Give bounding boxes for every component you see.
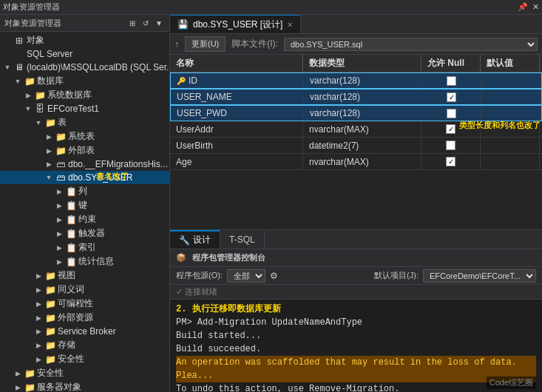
expand-icon-systemdb[interactable]: ▶ <box>22 89 34 101</box>
designer-tab[interactable]: 💾 dbo.SYS_USER [设计] ✕ <box>170 15 301 33</box>
tree-node-icon-systemdb: 📁 <box>34 89 46 101</box>
expand-icon-views[interactable]: ▶ <box>33 270 44 282</box>
tree-item-triggers[interactable]: ▶📋触发器 <box>0 226 169 240</box>
tab-icon: 💾 <box>177 19 189 30</box>
expand-icon-efcoretest1[interactable]: ▼ <box>22 103 34 115</box>
tree-node-icon-sqlserver <box>13 48 25 60</box>
console-line-4: To undo this action, use Remove-Migratio… <box>176 382 536 392</box>
pkg-source-select[interactable]: 全部 <box>227 269 265 283</box>
expand-icon-efmig[interactable]: ▶ <box>43 158 55 170</box>
tree-item-constraints[interactable]: ▶📋约束 <box>0 212 169 226</box>
cell-name-5: Age <box>170 154 303 169</box>
tree-item-views[interactable]: ▶📁视图 <box>0 268 169 283</box>
expand-icon-stats[interactable]: ▶ <box>53 256 65 268</box>
expand-icon-constraints[interactable]: ▶ <box>53 214 65 226</box>
checkbox-2[interactable] <box>447 109 456 118</box>
expand-icon-serverobj[interactable]: ▶ <box>12 382 24 393</box>
cell-default-5 <box>481 154 540 169</box>
tree-item-localdb[interactable]: ▼🖥(localdb)\MSSQLLocalDB (SQL Ser... <box>0 61 169 74</box>
checkbox-0[interactable] <box>447 76 456 86</box>
expand-icon-security[interactable]: ▶ <box>33 354 44 365</box>
tab-tsql[interactable]: T-SQL <box>220 230 265 249</box>
expand-icon-keys[interactable]: ▶ <box>53 200 65 212</box>
table-row[interactable]: UserAddrnvarchar(MAX) <box>170 121 542 138</box>
tree-item-exttables[interactable]: ▶📁外部表 <box>0 143 169 158</box>
table-row[interactable]: USER_PWDvarchar(128) <box>170 105 542 121</box>
table-row[interactable]: UserBirthdatetime2(7) <box>170 138 542 154</box>
checkbox-5[interactable] <box>446 157 455 166</box>
expand-icon-exttables[interactable]: ▶ <box>43 145 55 157</box>
tree-item-efmig[interactable]: ▶🗃dbo.__EFMigrationsHis... <box>0 158 169 171</box>
tree-node-icon-sysuser: 🗃 <box>55 172 67 183</box>
cell-type-2: varchar(128) <box>304 106 422 121</box>
tree-item-efcoretest1[interactable]: ▼🗄EFCoreTest1 <box>0 102 169 115</box>
tree-item-sysuser[interactable]: ▼🗃dbo.SYS_USER <box>0 171 169 184</box>
expand-icon-sysuser[interactable]: ▼ <box>43 172 55 183</box>
cell-null-3[interactable] <box>421 121 481 137</box>
expand-icon-servicebroker[interactable]: ▶ <box>33 325 44 337</box>
expand-icon-extsrc[interactable]: ▶ <box>33 312 44 324</box>
expand-icon-programmability[interactable]: ▶ <box>33 298 44 310</box>
tree-item-databases[interactable]: ▼📁数据库 <box>0 74 169 88</box>
gear-icon[interactable]: ⚙ <box>270 271 278 281</box>
tree-item-storage[interactable]: ▶📁存储 <box>0 338 169 352</box>
console-annotation: 2. 执行迁移即数据库更新 <box>176 303 536 316</box>
tree-item-stats[interactable]: ▶📋统计信息 <box>0 254 169 268</box>
filter-icon[interactable]: ▼ <box>153 17 165 29</box>
expand-icon-systables[interactable]: ▶ <box>43 131 55 143</box>
connect-icon[interactable]: ⊞ <box>126 17 138 29</box>
tree-item-tables[interactable]: ▼📁表 <box>0 115 169 129</box>
tree-item-security[interactable]: ▶📁安全性 <box>0 352 169 366</box>
expand-icon-synonyms[interactable]: ▶ <box>33 284 44 296</box>
checkbox-3[interactable] <box>446 124 455 134</box>
cell-name-0: 🔑ID <box>171 73 304 88</box>
expand-icon-databases[interactable]: ▼ <box>12 75 24 87</box>
refresh-icon[interactable]: ↺ <box>140 17 152 29</box>
tree-item-systemdb[interactable]: ▶📁系统数据库 <box>0 88 169 102</box>
expand-icon-cols[interactable]: ▶ <box>53 186 65 197</box>
design-tab-label: 设计 <box>193 234 211 246</box>
tree-item-indexes[interactable]: ▶📋索引 <box>0 240 169 254</box>
tree-item-synonyms[interactable]: ▶📁同义词 <box>0 283 169 297</box>
cell-null-4[interactable] <box>421 138 481 153</box>
tree-item-servicebroker[interactable]: ▶📁Service Broker <box>0 325 169 338</box>
checkbox-1[interactable] <box>447 92 456 102</box>
tab-close-icon[interactable]: ✕ <box>287 21 293 29</box>
expand-icon-triggers[interactable]: ▶ <box>53 228 65 240</box>
tree-item-keys[interactable]: ▶📋键 <box>0 198 169 212</box>
expand-icon-localdb[interactable]: ▼ <box>1 61 13 73</box>
expand-icon-security2[interactable]: ▶ <box>12 368 24 379</box>
expand-icon-sqlserver[interactable] <box>1 48 13 60</box>
table-row[interactable]: Agenvarchar(MAX) <box>170 154 542 170</box>
table-row[interactable]: USER_NAMEvarchar(128) <box>170 89 542 105</box>
expand-icon-connect[interactable] <box>1 35 13 47</box>
connected-icon: ✓ <box>176 287 183 296</box>
tree-item-programmability[interactable]: ▶📁可编程性 <box>0 297 169 311</box>
expand-icon-tables[interactable]: ▼ <box>33 117 44 129</box>
tree-item-cols[interactable]: ▶📋列 <box>0 184 169 198</box>
cell-null-5[interactable] <box>421 154 481 169</box>
checkbox-4[interactable] <box>446 141 455 150</box>
tree-item-extsrc[interactable]: ▶📁外部资源 <box>0 311 169 325</box>
table-row[interactable]: 🔑IDvarchar(128) <box>170 72 542 89</box>
cell-null-0[interactable] <box>422 73 481 88</box>
tree-item-systables[interactable]: ▶📁系统表 <box>0 129 169 143</box>
tab-design[interactable]: 🔧 设计 <box>170 230 220 249</box>
script-file-dropdown[interactable]: dbo.SYS_USER.sql <box>284 38 538 51</box>
default-project-select[interactable]: EFCoreDemo\EFCoreT... <box>423 269 536 283</box>
expand-icon-indexes[interactable]: ▶ <box>53 242 65 254</box>
table-body: 🔑IDvarchar(128)USER_NAMEvarchar(128)USER… <box>170 72 542 229</box>
cell-null-1[interactable] <box>422 89 481 104</box>
tree-node-icon-triggers: 📋 <box>65 228 77 240</box>
cell-null-2[interactable] <box>422 106 481 121</box>
tree-item-connect[interactable]: ⊞对象 <box>0 33 169 47</box>
pin-icon[interactable]: 📌 <box>518 2 528 12</box>
update-button[interactable]: 更新(U) <box>185 36 226 52</box>
tree-node-icon-efmig: 🗃 <box>55 158 67 170</box>
tree-item-serverobj[interactable]: ▶📁服务器对象 <box>0 380 169 392</box>
tree-item-sqlserver[interactable]: SQL Server <box>0 47 169 61</box>
tree-item-security2[interactable]: ▶📁安全性 <box>0 366 169 380</box>
tree-node-icon-exttables: 📁 <box>55 145 67 157</box>
expand-icon-storage[interactable]: ▶ <box>33 339 44 351</box>
close-icon[interactable]: ✕ <box>532 2 539 12</box>
